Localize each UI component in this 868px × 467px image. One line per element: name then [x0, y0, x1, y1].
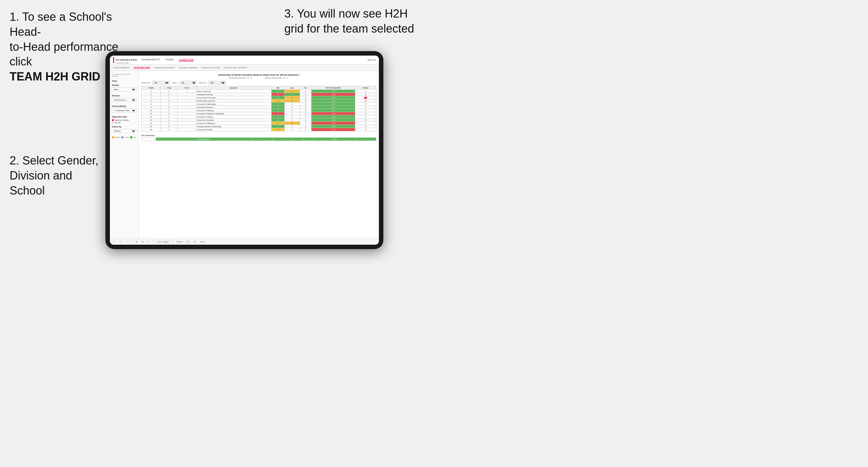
- sub-nav: TEAM SUMMARY TEAM H2H GRID TEAM H2H HEAT…: [110, 64, 379, 71]
- cell-loss: 1: [285, 96, 300, 99]
- sidebar: Last Updated: 27/03/2024 16:55:38 Team G…: [110, 71, 138, 238]
- grid-records: Overall Record: 89 - 17 - 0 Division Rec…: [141, 77, 376, 79]
- cell-rounds: 9: [355, 125, 376, 128]
- cell-reg: 1: [160, 119, 177, 122]
- table-row: 3 2 Vanderbilt University 0 4 0 -2.29 8: [142, 93, 376, 96]
- radio-label-top100: Top 100: [114, 122, 121, 124]
- nav-signin[interactable]: Sign out: [367, 59, 376, 61]
- cell-win: 1: [271, 99, 284, 102]
- region-filter-label: Region: [172, 82, 177, 84]
- cell-rank: 4: [142, 96, 161, 99]
- school-select[interactable]: 1. University of Nort...: [112, 108, 136, 113]
- table-row: 4 1 Arizona State University 5 1 0 2.29 …: [142, 96, 376, 99]
- cell-win: 1: [271, 115, 284, 119]
- undo-button[interactable]: ↩: [113, 241, 116, 243]
- cell-rounds: 8: [355, 93, 376, 96]
- cell-tie: 0: [300, 122, 311, 125]
- cell-tie: 0: [300, 119, 311, 122]
- conf-filter-select[interactable]: (All): [152, 81, 169, 85]
- col-rounds: Rounds: [355, 86, 376, 90]
- cell-opponent: University of Arizona: [196, 106, 271, 109]
- tablet-screen: SCOREBOARD Powered by clippd TOURNAMENTS…: [110, 56, 379, 245]
- forward-button[interactable]: ›: [130, 241, 132, 243]
- cell-win: 1: [271, 106, 284, 109]
- colour-label: Colour by: [112, 126, 136, 128]
- table-row: 13 1 Texas Tech University 3 0 0 5.56 9: [142, 119, 376, 122]
- ann2-line2: Division and: [9, 169, 72, 182]
- subnav-team-summary[interactable]: TEAM SUMMARY: [113, 67, 130, 69]
- cell-win: 1: [271, 122, 284, 125]
- cell-tie: 0: [300, 115, 311, 119]
- opponent-filter-select[interactable]: (All): [208, 81, 226, 85]
- col-loss: Loss: [285, 86, 300, 90]
- clock-button[interactable]: ⏱: [147, 241, 151, 243]
- cell-loss: 0: [285, 106, 300, 109]
- opponent-filter-label: Opponent: [199, 82, 206, 84]
- cell-reg: 1: [160, 90, 177, 93]
- legend-down-circle: [112, 136, 114, 138]
- cell-win: 2: [271, 90, 284, 93]
- cell-opponent: University of Washington: [196, 102, 271, 106]
- radio-dot-top100: [112, 122, 114, 124]
- radio-top100[interactable]: Top 100: [112, 122, 136, 124]
- out-div-row: NCAA Division II 1 0 0 26.00 3: [142, 138, 376, 141]
- team-section-title: Team: [112, 80, 136, 82]
- cell-tie: 0: [300, 93, 311, 96]
- cell-rank: 14: [142, 122, 161, 125]
- cell-win: 3: [271, 128, 284, 131]
- cell-diff: 2.61: [311, 109, 355, 112]
- ann1-bold: TEAM H2H GRID: [9, 70, 100, 83]
- out-div-label: [142, 138, 156, 141]
- radio-dot-opponents: [112, 119, 114, 121]
- legend-level-circle: [121, 136, 124, 138]
- subnav-player-h2h-heatmap[interactable]: PLAYER H2H HEATMAP: [224, 67, 247, 69]
- cell-opponent: University of Oklahoma: [196, 122, 271, 125]
- cell-rank: 11: [142, 112, 161, 115]
- back-button[interactable]: ‹: [125, 241, 127, 243]
- radio-opponents-played[interactable]: Opponents Played: [112, 119, 136, 121]
- subnav-team-h2h-heatmap[interactable]: TEAM H2H HEATMAP: [154, 67, 175, 69]
- nav-tournaments[interactable]: TOURNAMENTS: [141, 58, 160, 61]
- cell-conf: [177, 122, 196, 125]
- cell-diff: 1.83: [311, 99, 355, 102]
- cell-tie: 0: [300, 128, 311, 131]
- watch-button[interactable]: Watch ▾: [176, 241, 184, 243]
- cell-rounds: 3: [355, 112, 376, 115]
- out-div-rounds: 3: [355, 138, 376, 141]
- cell-tie: 0: [300, 112, 311, 115]
- division-select[interactable]: NCAA Division I: [112, 98, 136, 102]
- cell-diff: 1.67: [311, 90, 355, 93]
- cell-rank: 8: [142, 102, 161, 106]
- gender-select[interactable]: Men's: [112, 88, 136, 91]
- subnav-player-h2h-grid[interactable]: PLAYER H2H GRID: [202, 67, 220, 69]
- cell-rounds: 9: [355, 90, 376, 93]
- view-original-button[interactable]: View: Original: [156, 240, 170, 243]
- cell-rounds: 9: [355, 119, 376, 122]
- colour-select[interactable]: Win/loss: [112, 129, 136, 133]
- redo-button[interactable]: ↪: [119, 241, 122, 243]
- cell-opponent: University of Alabama: [196, 109, 271, 112]
- cell-diff: -4.33: [311, 112, 355, 115]
- cell-rounds: 3: [355, 115, 376, 119]
- cell-opponent: University of Virginia: [196, 115, 271, 119]
- cell-tie: 0: [300, 99, 311, 102]
- nav-committee[interactable]: COMMITTEE: [179, 58, 194, 61]
- paste-button[interactable]: ⊟: [141, 241, 145, 243]
- grid-button[interactable]: ⊞: [193, 241, 196, 243]
- share-button[interactable]: Share: [199, 241, 206, 243]
- legend-down-label: Down: [116, 136, 120, 138]
- nav-teams[interactable]: TEAMS: [165, 58, 174, 61]
- cell-win: 3: [271, 119, 284, 122]
- subnav-player-summary[interactable]: PLAYER SUMMARY: [179, 67, 198, 69]
- cell-rounds: 17: [355, 96, 376, 99]
- comment-button[interactable]: 💬: [186, 241, 190, 243]
- cell-diff: -2.29: [311, 93, 355, 96]
- cell-diff: 2.33: [311, 115, 355, 119]
- subnav-team-h2h-grid[interactable]: TEAM H2H GRID: [134, 66, 150, 69]
- region-filter-select[interactable]: (All): [179, 81, 197, 85]
- col-tie: Tie: [300, 86, 311, 90]
- copy-button[interactable]: ⊞: [135, 241, 138, 243]
- cell-rank: 12: [142, 115, 161, 119]
- data-table: # Rank # Reg # Conf Opponent Win Loss Ti…: [141, 86, 376, 131]
- cell-conf: [177, 119, 196, 122]
